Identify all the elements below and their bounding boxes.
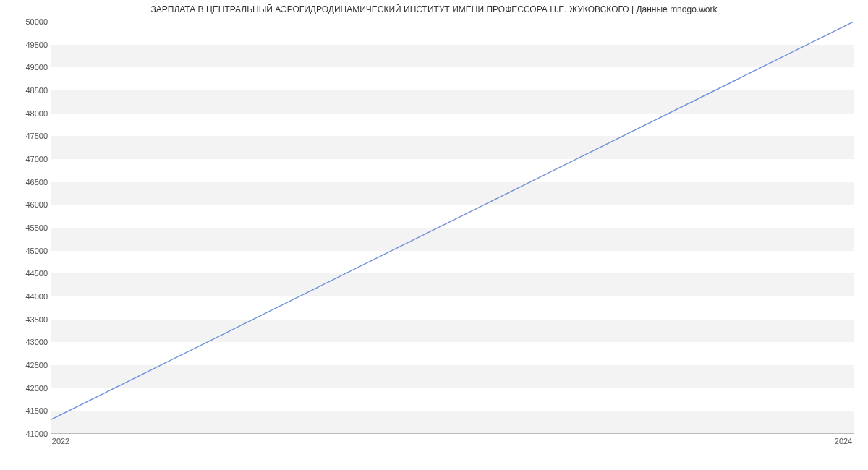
plot-area xyxy=(51,22,854,434)
y-tick-label: 42500 xyxy=(4,361,48,369)
y-tick-label: 43500 xyxy=(4,315,48,324)
y-tick-label: 45500 xyxy=(4,223,48,232)
y-tick-label: 42000 xyxy=(4,384,48,393)
y-tick-label: 46500 xyxy=(4,178,48,187)
y-tick-label: 43000 xyxy=(4,338,48,346)
y-tick-label: 48500 xyxy=(4,86,48,95)
y-tick-label: 49500 xyxy=(4,40,48,49)
line-layer xyxy=(51,22,854,433)
x-tick-label: 2024 xyxy=(835,437,852,445)
y-tick-label: 49000 xyxy=(4,63,48,72)
y-tick-label: 41000 xyxy=(4,430,48,438)
y-tick-label: 50000 xyxy=(4,17,48,26)
y-tick-label: 45000 xyxy=(4,247,48,255)
y-tick-label: 44000 xyxy=(4,292,48,301)
series-line xyxy=(51,22,854,419)
y-tick-label: 41500 xyxy=(4,406,48,415)
y-tick-label: 44500 xyxy=(4,269,48,278)
y-tick-label: 48000 xyxy=(4,109,48,118)
x-tick-label: 2022 xyxy=(52,437,69,445)
y-tick-label: 47000 xyxy=(4,155,48,163)
chart-title: ЗАРПЛАТА В ЦЕНТРАЛЬНЫЙ АЭРОГИДРОДИНАМИЧЕ… xyxy=(0,4,868,14)
y-tick-label: 47500 xyxy=(4,132,48,140)
y-tick-label: 46000 xyxy=(4,200,48,209)
chart-container: ЗАРПЛАТА В ЦЕНТРАЛЬНЫЙ АЭРОГИДРОДИНАМИЧЕ… xyxy=(0,0,868,470)
